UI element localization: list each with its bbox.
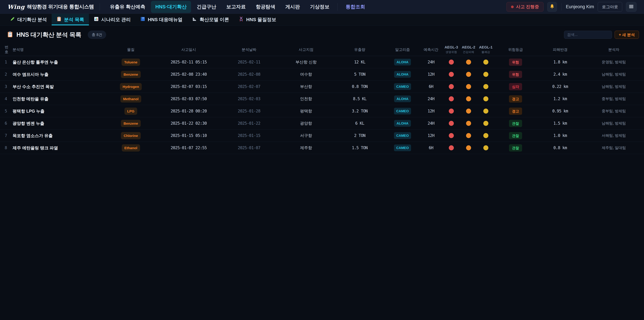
clipboard-icon <box>7 31 14 39</box>
analysis-name: 인천항 메탄올 유출 <box>10 96 104 102</box>
tab-analysis-list[interactable]: 분석 목록 <box>52 14 89 25</box>
new-analysis-button[interactable]: + 새 분석 <box>615 31 639 39</box>
aegl3-indicator <box>449 145 454 150</box>
nav-item-board[interactable]: 게시판 <box>281 1 304 13</box>
nav-item-hns-diffusion[interactable]: HNS·대기확산 <box>151 1 191 13</box>
menu-button[interactable] <box>626 2 636 12</box>
forecast-duration: 24H <box>419 60 443 65</box>
table-row[interactable]: 2 여수 엠프시아 누출 Benzene 2025-02-08 23:40 20… <box>0 68 644 81</box>
logout-button[interactable]: 로그아웃 <box>598 2 622 12</box>
tab-hns-substance-info[interactable]: HNS 물질정보 <box>234 14 281 25</box>
col-header-radius: 피해반경 <box>537 47 584 52</box>
aegl1-indicator <box>483 145 488 150</box>
aegl2-indicator <box>466 121 471 126</box>
table-row[interactable]: 7 목포항 염소스가 유출 Chlorine 2025-01-15 05:10 … <box>0 130 644 142</box>
aegl1-indicator <box>483 121 488 126</box>
risk-cell: 경고 <box>494 95 537 103</box>
tab-scenario-management[interactable]: 시나리오 관리 <box>89 14 136 25</box>
analysis-date: 2025-02-11 <box>220 60 278 65</box>
page-header: HNS 대기확산 분석 목록 총 8건 + 새 분석 <box>0 26 644 43</box>
table-row[interactable]: 6 광양항 벤젠 누출 Benzene 2025-01-22 02:30 202… <box>0 117 644 130</box>
analyst: 중부팀, 방제팀 <box>584 109 644 114</box>
accident-time: 2025-02-07 03:15 <box>158 84 220 89</box>
aegl3-cell <box>443 84 460 89</box>
analysis-date: 2025-01-22 <box>220 121 278 126</box>
analysis-date: 2025-02-08 <box>220 72 278 77</box>
aegl2-indicator <box>466 145 471 150</box>
tab-diffusion-model-theory[interactable]: 확산모델 이론 <box>187 14 234 25</box>
col-header-name: 분석명 <box>10 47 104 52</box>
table-row[interactable]: 3 부산 수소 추진연 폭발 Hydrogen 2025-02-07 03:15… <box>0 81 644 93</box>
substance-badge: LPG <box>124 108 137 115</box>
aegl2-cell <box>460 60 477 65</box>
aegl1-cell <box>477 72 494 77</box>
row-number: 8 <box>0 145 10 150</box>
substance-cell: Methanol <box>104 95 158 103</box>
substance-cell: Hydrogen <box>104 83 158 90</box>
algorithm-cell: ALOHA <box>386 96 419 102</box>
table-header-row: 번호 분석명 물질 사고일시 분석날짜 사고지점 유출량 알고리즘 예측시간 A… <box>0 43 644 56</box>
algorithm-badge: ALOHA <box>394 71 411 78</box>
aegl2-cell <box>460 109 477 114</box>
analyst: 남해팀, 방제팀 <box>584 121 644 126</box>
forecast-duration: 12H <box>419 72 443 77</box>
notification-button[interactable] <box>547 2 557 12</box>
sub-tab-bar: 대기확산 분석 분석 목록 시나리오 관리 HNS 대응매뉴얼 확산모델 이론 … <box>0 14 644 26</box>
spill-amount: 2 TON <box>334 133 386 138</box>
substance-cell: Chlorine <box>104 132 158 139</box>
accident-time: 2025-01-07 22:55 <box>158 145 220 150</box>
accident-location: 부산항 <box>278 84 334 89</box>
analysis-name: 평택항 LPG 누출 <box>10 108 104 114</box>
algorithm-cell: CAMEO <box>386 108 419 114</box>
row-number: 6 <box>0 121 10 126</box>
analysis-date: 2025-01-15 <box>220 133 278 138</box>
algorithm-badge: CAMEO <box>394 83 411 90</box>
table-row[interactable]: 5 평택항 LPG 누출 LPG 2025-01-28 00:20 2025-0… <box>0 105 644 117</box>
aegl3-cell <box>443 133 460 138</box>
substance-cell: Ethanol <box>104 144 158 152</box>
aegl1-cell <box>477 84 494 89</box>
nav-item-rescue[interactable]: 긴급구난 <box>192 1 220 13</box>
analysis-date: 2025-02-07 <box>220 84 278 89</box>
tab-diffusion-analysis[interactable]: 대기확산 분석 <box>5 14 52 25</box>
divider <box>561 3 562 11</box>
aegl1-indicator <box>483 84 488 89</box>
nav-item-aerial-search[interactable]: 항공탐색 <box>252 1 280 13</box>
book-icon <box>140 16 146 23</box>
risk-cell: 위험 <box>494 71 537 78</box>
nav-item-weather[interactable]: 기상정보 <box>306 1 334 13</box>
analysis-name: 부산 수소 추진연 폭발 <box>10 84 104 89</box>
damage-radius: 2.4 km <box>537 72 584 77</box>
col-header-risk: 위험등급 <box>494 47 537 52</box>
table-row[interactable]: 4 인천항 메탄올 유출 Methanol 2025-02-03 07:50 2… <box>0 93 644 105</box>
col-header-aegl2: AEGL-2 건강피해 <box>460 45 477 54</box>
search-input[interactable] <box>564 31 612 39</box>
incident-status-badge[interactable]: 사고 진행중 <box>506 2 544 12</box>
aegl3-cell <box>443 121 460 126</box>
analyst: 중부팀, 방제팀 <box>584 96 644 101</box>
tab-hns-manual[interactable]: HNS 대응매뉴얼 <box>135 14 187 25</box>
accident-time: 2025-02-11 05:15 <box>158 60 220 65</box>
accident-location: 평택항 <box>278 108 334 114</box>
aegl2-indicator <box>466 133 471 138</box>
col-header-amount: 유출량 <box>334 47 386 52</box>
algorithm-cell: ALOHA <box>386 71 419 78</box>
nav-item-oil-spill[interactable]: 유출유 확산예측 <box>106 1 150 13</box>
table-row[interactable]: 1 울산 온산항 톨루엔 누출 Toluene 2025-02-11 05:15… <box>0 56 644 68</box>
risk-cell: 심각 <box>494 83 537 90</box>
nav-item-integrated-search[interactable]: 통합조회 <box>341 1 370 13</box>
forecast-duration: 12H <box>419 133 443 138</box>
substance-badge: Benzene <box>121 120 141 127</box>
aegl3-indicator <box>449 84 454 89</box>
aegl2-indicator <box>466 109 471 114</box>
app-logo: Wing 해양환경 위기대응 통합시스템 <box>8 3 94 10</box>
aegl1-indicator <box>483 96 488 101</box>
algorithm-badge: CAMEO <box>394 108 411 114</box>
aegl3-indicator <box>449 133 454 138</box>
nav-item-reports[interactable]: 보고자료 <box>222 1 250 13</box>
analysis-name: 광양항 벤젠 누출 <box>10 121 104 126</box>
aegl3-indicator <box>449 121 454 126</box>
row-number: 2 <box>0 72 10 77</box>
table-row[interactable]: 8 제주 에탄올링 탱크 파열 Ethanol 2025-01-07 22:55… <box>0 142 644 154</box>
pen-icon <box>10 16 15 23</box>
